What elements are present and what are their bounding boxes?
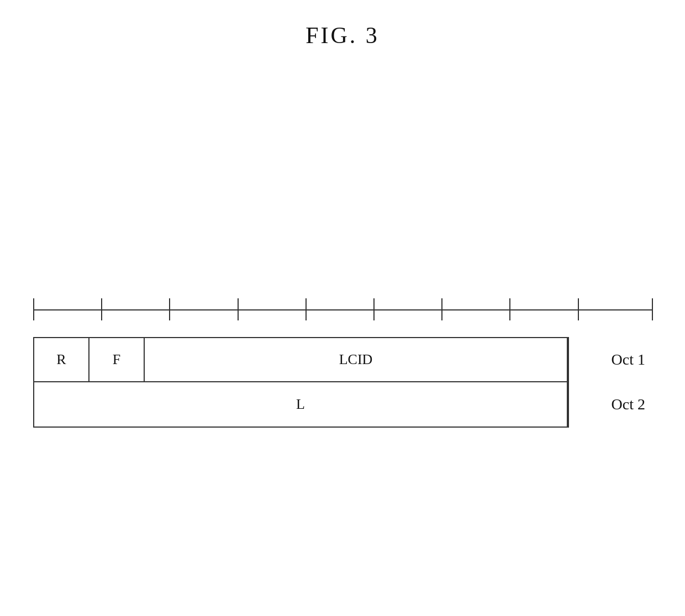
timeline-line (33, 309, 652, 310)
packet-row-2: L Oct 2 (34, 382, 568, 427)
tick-8 (578, 298, 579, 320)
cell-r: R (34, 338, 89, 381)
cell-f: F (89, 338, 145, 381)
tick-6 (441, 298, 442, 320)
timeline (33, 293, 652, 326)
diagram-area: R F LCID Oct 1 L Oct 2 (33, 293, 652, 428)
packet-container: R F LCID Oct 1 L Oct 2 (33, 337, 569, 428)
packet-wrapper: R F LCID Oct 1 L Oct 2 (33, 337, 569, 428)
tick-0 (33, 298, 34, 320)
tick-3 (238, 298, 239, 320)
figure-title: FIG. 3 (0, 0, 685, 49)
tick-1 (101, 298, 102, 320)
packet-row-1: R F LCID Oct 1 (34, 338, 568, 382)
tick-5 (373, 298, 375, 320)
oct-label-2: Oct 2 (612, 396, 645, 413)
oct-label-1: Oct 1 (612, 351, 645, 368)
cell-lcid: LCID (145, 338, 568, 381)
page-container: FIG. 3 R F LCID Oct (0, 0, 685, 616)
tick-2 (169, 298, 170, 320)
tick-9 (652, 298, 653, 320)
cell-l: L (34, 382, 568, 427)
tick-4 (305, 298, 307, 320)
tick-7 (509, 298, 510, 320)
